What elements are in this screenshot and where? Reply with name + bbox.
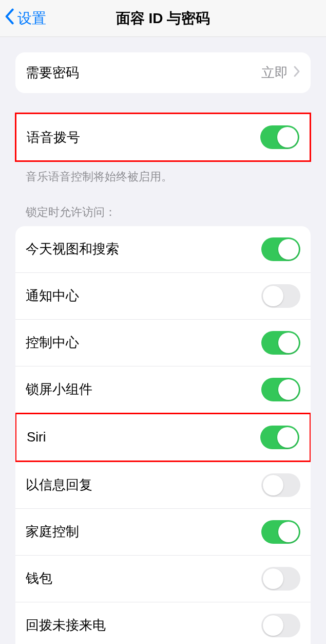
lock-access-row: 以信息回复 (15, 462, 311, 508)
lock-access-label: 今天视图和搜索 (26, 240, 119, 258)
require-passcode-value: 立即 (261, 64, 288, 82)
lock-access-toggle[interactable] (261, 614, 300, 637)
voice-dial-row: 语音拨号 (16, 114, 310, 160)
lock-access-group: 今天视图和搜索通知中心控制中心锁屏小组件Siri以信息回复家庭控制钱包回拨未接来… (15, 226, 311, 644)
lock-access-header: 锁定时允许访问： (15, 205, 311, 226)
lock-access-toggle[interactable] (261, 473, 300, 497)
lock-access-toggle[interactable] (261, 331, 300, 355)
back-button[interactable]: 设置 (4, 8, 46, 28)
lock-access-label: 锁屏小组件 (26, 380, 92, 398)
lock-access-label: Siri (27, 429, 46, 445)
lock-access-row: 钱包 (15, 555, 311, 602)
lock-access-row: 锁屏小组件 (15, 366, 311, 413)
voice-dial-footer: 音乐语音控制将始终被启用。 (15, 162, 311, 185)
back-label: 设置 (17, 9, 46, 28)
lock-access-toggle[interactable] (261, 378, 300, 401)
lock-access-label: 通知中心 (26, 287, 79, 305)
lock-access-row: Siri (16, 414, 310, 461)
lock-access-row: 今天视图和搜索 (15, 226, 311, 272)
lock-access-label: 家庭控制 (26, 523, 79, 541)
voice-dial-toggle[interactable] (260, 125, 299, 149)
lock-access-row: 控制中心 (15, 319, 311, 366)
require-passcode-group: 需要密码 立即 (15, 52, 311, 93)
nav-header: 设置 面容 ID 与密码 (0, 0, 326, 37)
lock-access-label: 控制中心 (26, 334, 79, 352)
chevron-left-icon (4, 8, 14, 28)
lock-access-row: 通知中心 (15, 272, 311, 319)
require-passcode-label: 需要密码 (26, 64, 79, 82)
lock-access-toggle[interactable] (261, 284, 300, 308)
lock-access-label: 钱包 (26, 569, 52, 587)
require-passcode-row[interactable]: 需要密码 立即 (15, 52, 311, 93)
lock-access-row: 家庭控制 (15, 508, 311, 555)
lock-access-label: 以信息回复 (26, 476, 92, 494)
voice-dial-highlight: 语音拨号 (15, 113, 311, 162)
chevron-right-icon (293, 65, 300, 81)
lock-access-toggle[interactable] (261, 237, 300, 261)
lock-access-toggle[interactable] (261, 567, 300, 591)
page-title: 面容 ID 与密码 (116, 9, 210, 28)
lock-access-toggle[interactable] (261, 520, 300, 544)
lock-access-toggle[interactable] (260, 426, 299, 449)
siri-highlight: Siri (15, 413, 311, 462)
lock-access-label: 回拨未接来电 (26, 616, 106, 634)
voice-dial-label: 语音拨号 (27, 128, 80, 146)
lock-access-row: 回拨未接来电 (15, 602, 311, 644)
